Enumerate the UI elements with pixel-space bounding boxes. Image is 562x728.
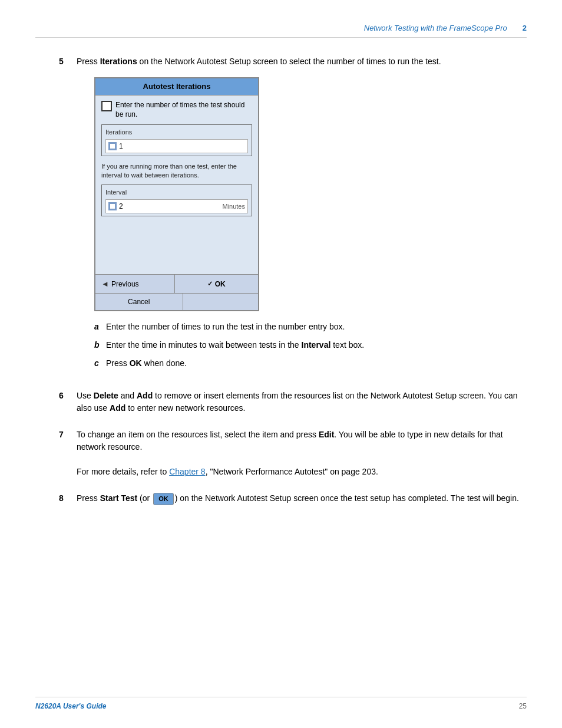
previous-label: Previous [111,279,139,289]
sub-item-c: c Press OK when done. [94,357,527,370]
step-7-text: To change an item on the resources list,… [77,429,527,478]
interval-input-icon [108,202,117,210]
screen-buttons-row1: ◄ Previous ✓ OK [95,274,258,294]
header-chapter: 2 [523,24,527,32]
step-5: 5 Press Iterations on the Network Autote… [59,55,527,375]
interval-unit: Minutes [222,202,245,212]
sub-text-a: Enter the number of times to run the tes… [106,321,345,333]
screen-buttons-row2: Cancel [95,293,258,310]
screen-instruction-text: Enter the number of times the test shoul… [115,100,252,120]
header-title: Network Testing with the FrameScope Pro [364,24,507,32]
screen-instruction: Enter the number of times the test shoul… [101,100,252,120]
ok-button[interactable]: ✓ OK [175,275,259,294]
footer-guide-name: N2620A User's Guide [35,702,106,710]
screen-title-bar: Autotest Iterations [95,78,258,95]
sub-b-bold: Interval [302,340,331,350]
screen-body: Enter the number of times the test shoul… [95,95,258,274]
step-6-text: Use Delete and Add to remove or insert e… [77,390,527,414]
interval-label: Interval [105,187,248,197]
sub-item-b: b Enter the time in minutes to wait betw… [94,339,527,351]
step-8: 8 Press Start Test (or OK) on the Networ… [59,492,527,505]
step-7: 7 To change an item on the resources lis… [59,429,527,478]
step-8-text: Press Start Test (or OK) on the Network … [77,492,527,505]
main-content: 5 Press Iterations on the Network Autote… [59,55,527,505]
page-footer: N2620A User's Guide 25 [35,697,527,710]
step-5-number: 5 [59,57,77,66]
page-container: Network Testing with the FrameScope Pro … [0,0,562,728]
interval-input-row[interactable]: 2 Minutes [105,199,248,213]
screen-spacer [101,222,252,269]
iterations-field-group: Iterations 1 [101,124,252,156]
page-header: Network Testing with the FrameScope Pro … [35,24,527,38]
interval-field-group: Interval 2 Minutes [101,185,252,216]
cancel-label: Cancel [128,297,150,307]
previous-button[interactable]: ◄ Previous [95,275,175,294]
step-5-bold: Iterations [100,57,137,66]
previous-arrow-icon: ◄ [101,278,109,290]
iterations-label: Iterations [105,127,248,137]
iterations-input-row[interactable]: 1 [105,139,248,153]
step-8-number: 8 [59,493,77,503]
step-7-edit: Edit [319,430,334,439]
sub-label-c: c [94,357,106,370]
sub-label-b: b [94,339,106,351]
step-6-add1: Add [137,391,153,400]
sub-label-a: a [94,321,106,333]
footer-page-number: 25 [519,702,527,710]
screen-note: If you are running more than one test, e… [101,162,252,180]
info-icon [101,101,112,111]
inline-ok-button: OK [153,493,174,505]
chapter-8-link[interactable]: Chapter 8 [169,467,205,476]
step-6: 6 Use Delete and Add to remove or insert… [59,390,527,414]
step-6-add2: Add [110,403,125,413]
sub-c-bold: OK [130,358,142,368]
step-8-start-test: Start Test [100,493,138,503]
sub-text-b: Enter the time in minutes to wait betwee… [106,339,364,351]
iterations-value: 1 [119,141,245,151]
device-screen: Autotest Iterations Enter the number of … [94,77,259,311]
interval-value: 2 [119,201,220,212]
step-7-number: 7 [59,430,77,439]
step-5-text: Press Iterations on the Network Autotest… [77,55,527,375]
sub-items: a Enter the number of times to run the t… [94,321,527,370]
step-6-number: 6 [59,391,77,400]
sub-text-c: Press OK when done. [106,357,187,370]
ok-label: OK [215,279,226,289]
cancel-button[interactable]: Cancel [95,294,183,310]
ok-check-icon: ✓ [207,279,213,289]
step-6-delete: Delete [94,391,118,400]
iterations-input-icon [108,142,117,150]
sub-item-a: a Enter the number of times to run the t… [94,321,527,333]
